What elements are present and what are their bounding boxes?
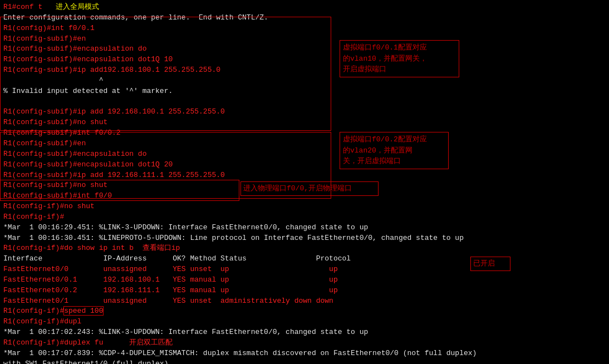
- line-3: R1(config)#int f0/0.1: [3, 23, 606, 34]
- line-7: R1(config-subif)#ip add192.168.100.1 255…: [3, 65, 606, 76]
- line-2: Enter configuration commands, one per li…: [3, 13, 606, 23]
- line-12: R1(config-subif)#no shut: [3, 117, 606, 128]
- line-18: R1(config-subif)#no shut: [3, 180, 606, 191]
- line-11: R1(config-subif)#ip add 192.168.100.1 25…: [3, 107, 606, 117]
- line-4: R1(config-subif)#en: [3, 34, 606, 45]
- line-1: R1#conf t 进入全局模式: [3, 2, 606, 13]
- line-5: R1(config-subif)#encapsulation do: [3, 44, 606, 55]
- table-row-fe002: FastEthernet0/0.2 192.168.111.1 YES manu…: [3, 286, 606, 296]
- line-17: R1(config-subif)#ip add 192.168.111.1 25…: [3, 170, 606, 181]
- line-6: R1(config-subif)#encapsulation dot1Q 10: [3, 55, 606, 65]
- line-8: ^: [3, 76, 606, 86]
- line-speed: R1(config-if)#speed 100: [3, 306, 606, 317]
- line-20: R1(config-if)#no shut: [3, 201, 606, 212]
- table-row-fe00: FastEthernet0/0 unassigned YES unset up …: [3, 264, 606, 275]
- terminal: R1#conf t 进入全局模式 Enter configuration com…: [0, 0, 609, 364]
- line-with-sw1: with SW1 FastEthernet1/0 (full duplex).: [3, 359, 606, 364]
- cmd-conf-t: R1#conf t: [3, 3, 42, 11]
- line-dupl: R1(config-if)#dupl: [3, 317, 606, 327]
- line-14: R1(config-subif)#en: [3, 139, 606, 149]
- line-16: R1(config-subif)#encapsulation dot1Q 20: [3, 160, 606, 170]
- line-cdp-warn: *Mar 1 00:17:07.839: %CDP-4-DUPLEX_MISMA…: [3, 348, 606, 359]
- table-header: Interface IP-Address OK? Method Status P…: [3, 254, 606, 264]
- line-22: *Mar 1 00:16:29.451: %LINK-3-UPDOWN: Int…: [3, 223, 606, 233]
- speed-cmd: speed 100: [64, 307, 103, 315]
- line-15: R1(config-subif)#encapsulation do: [3, 149, 606, 160]
- line-19: R1(config-subif)#int f0/0: [3, 191, 606, 201]
- line-13: R1(config-subif)#int f0/0.2: [3, 128, 606, 139]
- line-10: [3, 97, 606, 107]
- line-21: R1(config-if)#: [3, 212, 606, 223]
- table-row-fe001: FastEthernet0/0.1 192.168.100.1 YES manu…: [3, 275, 606, 286]
- table-row-fe01: FastEthernet0/1 unassigned YES unset adm…: [3, 296, 606, 307]
- line-23: *Mar 1 00:16:30.451: %LINEPROTO-5-UPDOWN…: [3, 233, 606, 244]
- line-9: % Invalid input detected at '^' marker.: [3, 86, 606, 97]
- ann-inline-global: 进入全局模式: [56, 3, 99, 11]
- line-24: R1(config-if)#do show ip int b 查看端口ip: [3, 243, 606, 254]
- line-duplex-fu: R1(config-if)#duplex fu 开启双工匹配: [3, 338, 606, 348]
- line-link-up2: *Mar 1 00:17:02.243: %LINK-3-UPDOWN: Int…: [3, 327, 606, 338]
